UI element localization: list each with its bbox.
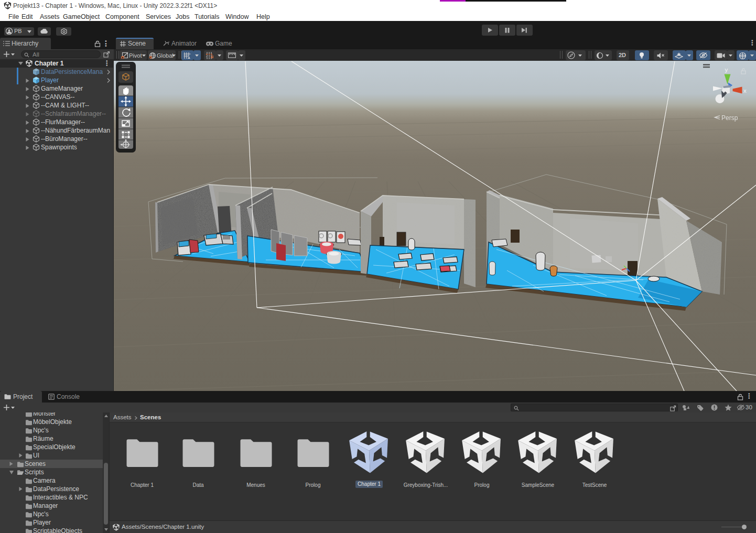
svg-text:Persp: Persp <box>721 114 738 122</box>
svg-text:x: x <box>743 88 747 94</box>
svg-text:y: y <box>725 67 728 73</box>
